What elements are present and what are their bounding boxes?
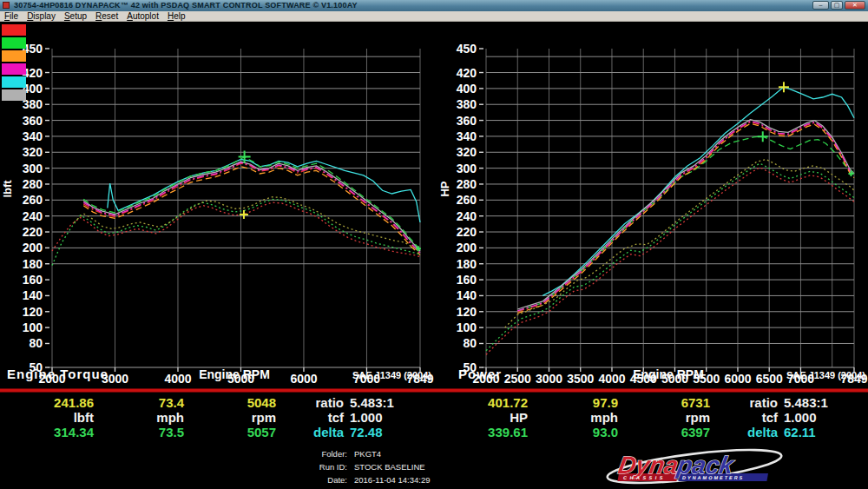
result-label-tcf: tcf (710, 410, 778, 425)
x-tick-label: 3000 (536, 372, 562, 386)
result-value-ratio: 5.483:1 (350, 395, 394, 410)
result-cell: lbft (0, 410, 94, 425)
folder-row: Folder:PKGT4 (260, 447, 431, 460)
result-value-ratio: 5.483:1 (784, 395, 828, 410)
date-label: Date: (260, 473, 347, 486)
torque-chart-title: Engine Torque (7, 367, 108, 381)
result-label-ratio: ratio (710, 395, 778, 410)
power-result-row-0: 401.7297.96731ratio5.483:1 (434, 395, 868, 410)
power-results: 401.7297.96731ratio5.483:1HPmphrpmtcf1.0… (434, 395, 868, 439)
y-tick-label: 400 (457, 82, 477, 96)
menu-item-help[interactable]: Help (163, 11, 190, 21)
y-tick-label: 300 (457, 162, 477, 175)
result-cell: 73.5 (94, 425, 184, 439)
torque-results: 241.8673.45048ratio5.483:1lbftmphrpmtcf1… (0, 395, 434, 439)
menu-item-setup[interactable]: Setup (60, 11, 91, 21)
chart-area: 4504204003803603403203002802602402202001… (0, 22, 868, 388)
result-value-tcf: 1.000 (784, 410, 817, 425)
dynapack-logo: Dyna pack CHASSIS DYNAMOMETERS (602, 444, 791, 489)
torque-chart[interactable]: 4504204003803603403203002802602402202001… (0, 22, 434, 388)
y-tick-label: 320 (23, 145, 43, 159)
result-cell: mph (528, 410, 618, 425)
result-cell: 6397 (618, 425, 710, 439)
minimize-button[interactable]: – (812, 1, 829, 10)
y-tick-label: 360 (457, 114, 477, 128)
date-value: 2016-11-04 14:34:29 (354, 475, 431, 485)
result-value-delta: 72.48 (350, 425, 383, 439)
results-panel: 241.8673.45048ratio5.483:1lbftmphrpmtcf1… (0, 393, 868, 440)
run-id-label: Run ID: (260, 460, 347, 473)
y-tick-label: 80 (463, 336, 477, 350)
menu-item-display[interactable]: Display (23, 11, 60, 21)
power-result-row-1: HPmphrpmtcf1.000 (434, 410, 868, 425)
y-tick-label: 280 (457, 177, 477, 191)
result-cell: mph (94, 410, 184, 425)
torque-result-row-0: 241.8673.45048ratio5.483:1 (0, 395, 434, 410)
footer: Folder:PKGT4 Run ID:STOCK BASELINE Date:… (0, 440, 868, 489)
legend-swatch-cyan[interactable] (2, 76, 26, 88)
y-tick-label: 120 (23, 305, 43, 319)
y-tick-label: 100 (23, 320, 43, 334)
result-label-delta: delta (276, 425, 344, 439)
result-cell: 314.34 (0, 425, 94, 439)
result-cell: 97.9 (528, 395, 618, 410)
run-id-row: Run ID:STOCK BASELINE (260, 460, 431, 473)
result-cell: 73.4 (94, 395, 184, 410)
power-y-axis-label: HP (438, 172, 451, 207)
result-cell: 6731 (618, 395, 710, 410)
close-button[interactable]: ✕ (845, 1, 865, 10)
dyno-application-window: { "window": { "title": "30754-4HP0816 DY… (0, 0, 868, 489)
y-tick-label: 120 (457, 305, 477, 319)
y-tick-label: 260 (457, 193, 477, 207)
menu-bar: FileDisplaySetupResetAutoplotHelp (0, 11, 868, 22)
title-bar[interactable]: 30754-4HP0816 DYNAPACK™ 42 with PSDAQ SM… (0, 0, 868, 12)
legend-swatch-gray[interactable] (2, 89, 26, 101)
torque-result-row-1: lbftmphrpmtcf1.000 (0, 410, 434, 425)
trace-green-low (486, 163, 854, 351)
legend-swatch-red[interactable] (2, 24, 26, 36)
legend-swatch-green[interactable] (2, 37, 26, 49)
folder-value: PKGT4 (354, 449, 381, 459)
torque-sae-correction-label: SAE J1349 (2004) (330, 370, 431, 380)
result-cell: 5057 (184, 425, 276, 439)
menu-item-autoplot[interactable]: Autoplot (122, 11, 163, 21)
y-tick-label: 300 (23, 162, 43, 175)
result-label-ratio: ratio (276, 395, 344, 410)
y-tick-label: 450 (457, 42, 477, 56)
folder-label: Folder: (260, 447, 347, 460)
window-title: 30754-4HP0816 DYNAPACK™ 42 with PSDAQ SM… (14, 1, 358, 10)
logo-subtitle-dynamometers: DYNAMOMETERS (682, 475, 745, 480)
y-tick-label: 160 (457, 273, 477, 287)
maximize-button[interactable]: ▢ (831, 1, 843, 10)
y-tick-label: 420 (457, 66, 477, 80)
result-cell: rpm (184, 410, 276, 425)
y-tick-label: 180 (457, 257, 477, 271)
power-chart[interactable]: 4504204003803603403203002802602402202001… (434, 22, 868, 388)
y-tick-label: 260 (23, 193, 43, 207)
y-tick-label: 240 (23, 209, 43, 223)
menu-item-file[interactable]: File (0, 11, 23, 21)
y-tick-label: 220 (457, 225, 477, 239)
result-label-delta: delta (710, 425, 778, 439)
result-cell: 93.0 (528, 425, 618, 439)
menu-item-reset[interactable]: Reset (91, 11, 122, 21)
torque-x-axis-label: Engine RPM (139, 367, 330, 381)
trace-orange (83, 167, 420, 255)
run-color-legend (2, 24, 26, 102)
legend-swatch-magenta[interactable] (2, 63, 26, 75)
result-value-tcf: 1.000 (350, 410, 383, 425)
y-tick-label: 320 (457, 145, 477, 159)
result-cell: 401.72 (434, 395, 528, 410)
y-tick-label: 80 (29, 336, 43, 350)
trace-red-low (52, 202, 420, 256)
date-row: Date:2016-11-04 14:34:29 (260, 473, 431, 486)
trace-red-low (486, 168, 854, 355)
window-controls: – ▢ ✕ (812, 1, 865, 10)
x-tick-label: 2500 (504, 372, 531, 386)
torque-y-axis-label: lbft (1, 172, 14, 207)
result-label-tcf: tcf (276, 410, 344, 425)
y-tick-label: 340 (23, 129, 43, 143)
trace-red (517, 122, 854, 311)
result-cell: 241.86 (0, 395, 94, 410)
legend-swatch-orange[interactable] (2, 50, 26, 62)
